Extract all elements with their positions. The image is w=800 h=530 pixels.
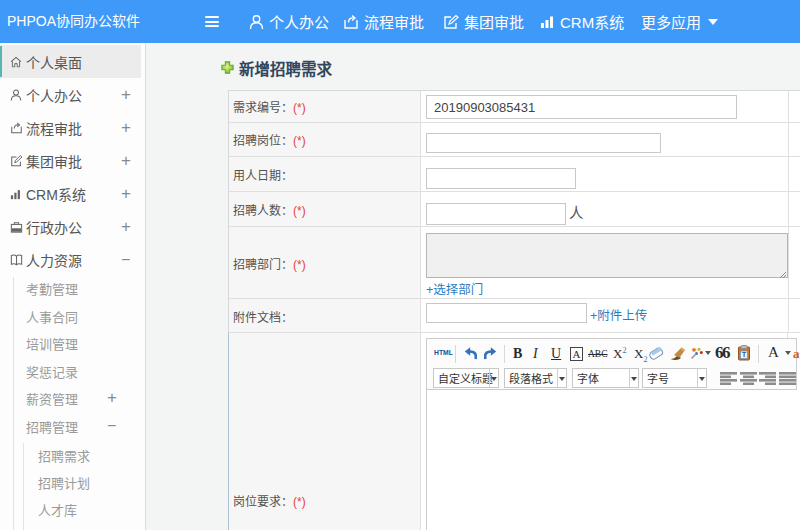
svg-text:T: T <box>742 350 747 359</box>
